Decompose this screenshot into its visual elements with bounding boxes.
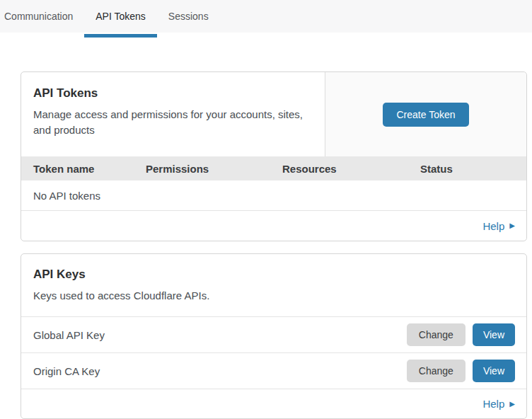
tab-api-tokens[interactable]: API Tokens [84,0,157,33]
tokens-empty-message: No API tokens [33,190,100,202]
api-tokens-card-action-area: Create Token [325,72,526,156]
global-api-key-change-button[interactable]: Change [407,323,466,346]
api-keys-card: API Keys Keys used to access Cloudflare … [21,253,527,419]
api-keys-help-link[interactable]: Help ▶ [482,398,515,410]
api-keys-card-footer: Help ▶ [21,389,526,418]
column-header-status: Status [420,163,514,175]
tokens-table-header: Token name Permissions Resources Status [21,156,526,180]
origin-ca-key-change-button[interactable]: Change [407,360,466,382]
key-row-actions: Change View [407,323,515,346]
help-arrow-icon: ▶ [509,222,515,229]
tab-sessions[interactable]: Sessions [157,0,220,33]
key-row-actions: Change View [407,360,515,382]
key-row-global-api-key: Global API Key Change View [21,316,526,352]
key-row-label: Global API Key [33,329,105,341]
tokens-empty-row: No API tokens [21,180,526,211]
api-tokens-description: Manage access and permissions for your a… [33,107,313,138]
column-header-resources: Resources [282,163,420,175]
main-content: API Tokens Manage access and permissions… [21,71,527,419]
tab-bar: Communication API Tokens Sessions [0,0,532,33]
api-tokens-card-footer: Help ▶ [21,211,526,241]
key-row-label: Origin CA Key [33,365,100,377]
column-header-permissions: Permissions [146,163,282,175]
tab-communication[interactable]: Communication [0,0,84,33]
help-arrow-icon: ▶ [509,401,515,408]
help-link-label: Help [482,220,504,232]
create-token-button[interactable]: Create Token [383,103,468,127]
help-link-label: Help [482,398,504,410]
api-keys-title: API Keys [33,268,514,282]
api-tokens-title: API Tokens [33,86,313,101]
api-tokens-card: API Tokens Manage access and permissions… [21,71,527,241]
column-header-token-name: Token name [33,163,146,175]
api-tokens-card-header: API Tokens Manage access and permissions… [21,72,526,156]
origin-ca-key-view-button[interactable]: View [473,360,515,382]
api-tokens-help-link[interactable]: Help ▶ [482,220,515,232]
global-api-key-view-button[interactable]: View [473,323,515,346]
api-tokens-card-header-text: API Tokens Manage access and permissions… [21,72,325,156]
api-keys-card-header: API Keys Keys used to access Cloudflare … [21,254,526,316]
api-keys-description: Keys used to access Cloudflare APIs. [33,288,514,304]
key-row-origin-ca-key: Origin CA Key Change View [21,352,526,389]
